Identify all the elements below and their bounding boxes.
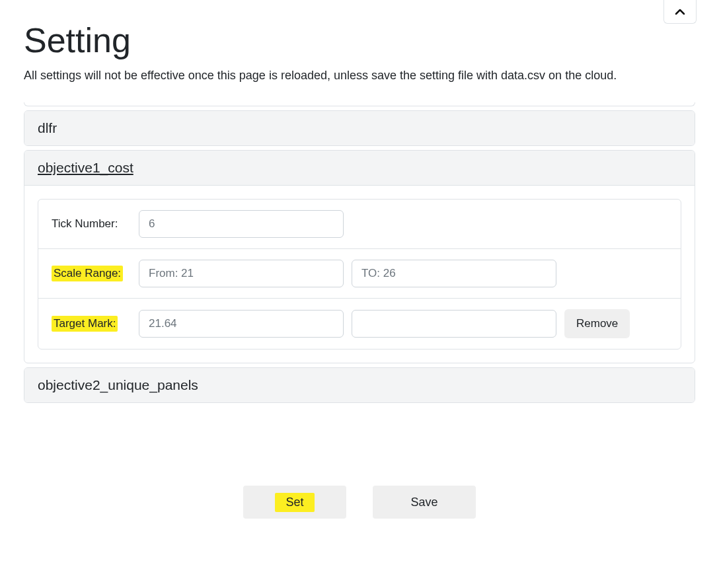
highlight-label: Set: [275, 493, 314, 512]
accordion-header[interactable]: objective1_cost: [24, 151, 695, 186]
highlight-label: Scale Range:: [52, 266, 123, 281]
previous-card-edge: [24, 102, 695, 106]
collapse-toggle-button[interactable]: [663, 0, 697, 24]
accordion-item-objective1-cost: objective1_cost Tick Number: Scale Range…: [24, 150, 695, 363]
scale-to-input[interactable]: [352, 260, 556, 287]
set-button[interactable]: Set: [243, 486, 346, 519]
scale-from-input[interactable]: [139, 260, 344, 287]
target-mark-input-1[interactable]: [139, 310, 344, 338]
accordion-header-label: dlfr: [38, 120, 57, 135]
footer-buttons: Set Save: [24, 486, 695, 519]
accordion-item-dlfr[interactable]: dlfr: [24, 110, 695, 146]
page-title: Setting: [24, 20, 695, 61]
target-mark-row: Target Mark: Remove: [38, 298, 681, 349]
tick-number-label: Tick Number:: [52, 217, 131, 231]
scale-range-label: Scale Range:: [52, 266, 131, 281]
highlight-label: Target Mark:: [52, 316, 118, 332]
accordion-header[interactable]: dlfr: [24, 111, 695, 145]
accordion-header[interactable]: objective2_unique_panels: [24, 368, 695, 402]
chevron-up-icon: [675, 9, 685, 15]
accordion-body: Tick Number: Scale Range: Target Mark:: [24, 186, 695, 363]
save-button[interactable]: Save: [373, 486, 476, 519]
scale-range-row: Scale Range:: [38, 248, 681, 298]
tick-number-input[interactable]: [139, 210, 344, 238]
remove-button[interactable]: Remove: [564, 309, 630, 338]
target-mark-input-2[interactable]: [352, 310, 556, 338]
accordion-item-objective2-unique-panels[interactable]: objective2_unique_panels: [24, 367, 695, 403]
settings-scroll-region[interactable]: dlfr objective1_cost Tick Number: Scale …: [24, 102, 695, 446]
accordion-header-label: objective2_unique_panels: [38, 377, 198, 392]
accordion-header-link[interactable]: objective1_cost: [38, 160, 133, 175]
settings-panel: Tick Number: Scale Range: Target Mark:: [38, 199, 681, 349]
tick-number-row: Tick Number:: [38, 200, 681, 248]
page-subtitle: All settings will not be effective once …: [24, 69, 695, 83]
target-mark-label: Target Mark:: [52, 316, 131, 332]
save-button-label: Save: [410, 496, 437, 509]
